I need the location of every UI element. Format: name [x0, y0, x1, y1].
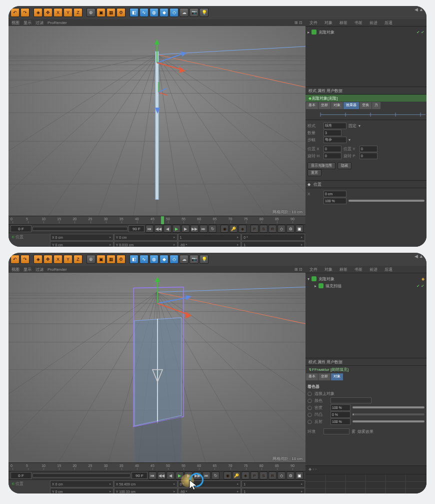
undo-button[interactable]: ↶: [10, 8, 20, 17]
goto-end-button[interactable]: ⏭: [200, 225, 208, 233]
move-button[interactable]: ✥: [44, 255, 52, 264]
viewport-maximize-icon[interactable]: ⊞ ⊡: [294, 21, 302, 25]
coord-h1[interactable]: 0 *▸: [242, 234, 305, 241]
play-button-2[interactable]: ▶: [176, 471, 184, 479]
filter-menu[interactable]: 过滤: [36, 20, 44, 26]
om-tags-tab[interactable]: 标签: [338, 20, 350, 26]
step-select[interactable]: 每步: [324, 137, 346, 143]
rot-key-button-2[interactable]: R: [268, 471, 276, 479]
render-region-button[interactable]: ▦: [106, 255, 116, 264]
frame-start-field-2[interactable]: 0 F: [10, 472, 32, 479]
axis-z-button[interactable]: Z: [74, 8, 82, 17]
cube-button[interactable]: ◧: [130, 255, 138, 264]
autokey-button[interactable]: 🔑: [230, 225, 238, 233]
hide-button[interactable]: 隐藏: [338, 162, 352, 169]
play-button[interactable]: ▶: [172, 225, 180, 233]
generator-button[interactable]: ◆: [160, 8, 168, 17]
coord-system-button[interactable]: ⊕: [86, 255, 96, 264]
prev-frame-button[interactable]: ◀: [164, 225, 172, 233]
axis-x-button[interactable]: X: [54, 8, 62, 17]
render-region-button[interactable]: ▦: [106, 8, 116, 17]
record-button-2[interactable]: ◉: [224, 471, 232, 479]
pos-key-button[interactable]: P: [250, 225, 258, 233]
render-button[interactable]: ▣: [96, 255, 106, 264]
loop-button-2[interactable]: ↻: [212, 471, 220, 479]
mode-select[interactable]: 线性: [324, 123, 346, 129]
coord-z1[interactable]: 1▸: [178, 234, 242, 241]
autokey-button-2[interactable]: 🔑: [232, 471, 240, 479]
object-manager[interactable]: ▸ 克隆对象 ✔ ✔: [306, 27, 426, 87]
count-field[interactable]: 3: [324, 130, 342, 136]
render-button[interactable]: ▣: [96, 8, 106, 17]
rot-key-button[interactable]: R: [268, 225, 276, 233]
undo-button[interactable]: ↶: [10, 255, 20, 264]
camera-button[interactable]: 📷: [190, 8, 198, 17]
display-menu[interactable]: 显示: [24, 20, 32, 26]
object-row-cloner[interactable]: ▸ 克隆对象 ✔ ✔: [308, 29, 424, 36]
viewport-2[interactable]: 网格间距 : 10 cm: [8, 273, 306, 462]
om-file-tab[interactable]: 文件: [308, 20, 320, 26]
frame-end-field-2[interactable]: 90 F: [132, 472, 148, 479]
goto-start-button[interactable]: ⏮: [146, 225, 154, 233]
object-manager-2[interactable]: ▾ 克隆对象 ◆ ▸ 填充扫描 ✔ ✔: [306, 273, 426, 358]
scale-key-button-2[interactable]: S: [260, 471, 268, 479]
deformer-button[interactable]: ◇: [170, 8, 178, 17]
show-range-button[interactable]: 显示克隆范围: [308, 162, 336, 169]
goto-start-button-2[interactable]: ⏮: [148, 471, 156, 479]
coord-x2[interactable]: Y 0 cm▸: [50, 241, 114, 247]
light-button[interactable]: 💡: [200, 8, 208, 17]
axis-z-button[interactable]: Z: [74, 255, 82, 264]
loop-button[interactable]: ↻: [208, 225, 216, 233]
deformer-button[interactable]: ◇: [170, 255, 178, 264]
move-button[interactable]: ✥: [44, 8, 52, 17]
view-menu[interactable]: 视图: [12, 20, 20, 26]
cube-button[interactable]: ◧: [130, 8, 138, 17]
om-fwd-tab[interactable]: 前进: [368, 20, 380, 26]
frame-end-field[interactable]: 90 F: [128, 225, 144, 232]
coord-system-button[interactable]: ⊕: [86, 8, 96, 17]
om-bookmark-tab[interactable]: 书签: [352, 20, 364, 26]
prorender-menu[interactable]: ProRender: [48, 21, 67, 25]
nurbs-button[interactable]: ◍: [150, 8, 158, 17]
axis-x-button[interactable]: X: [54, 255, 62, 264]
spline-button[interactable]: ∿: [140, 8, 148, 17]
environment-button[interactable]: ☁: [180, 255, 188, 264]
prev-frame-button-2[interactable]: ◀: [166, 471, 174, 479]
coord-y1[interactable]: Y 0 cm▸: [114, 234, 178, 241]
spline-button[interactable]: ∿: [140, 255, 148, 264]
live-select-button[interactable]: ◈: [34, 255, 42, 264]
scale-key-button[interactable]: S: [260, 225, 268, 233]
object-row-cloner-2[interactable]: ▾ 克隆对象 ◆: [308, 275, 424, 282]
next-key-button[interactable]: ▶▶: [190, 225, 198, 233]
timeline[interactable]: 051015202530354045505560657075808590: [8, 216, 306, 225]
render-settings-button[interactable]: ⚙: [116, 255, 126, 264]
nurbs-button[interactable]: ◍: [150, 255, 158, 264]
param-key-button[interactable]: ◇: [278, 225, 286, 233]
generator-button[interactable]: ◆: [160, 255, 168, 264]
coord-x1[interactable]: X 0 cm▸: [50, 234, 114, 241]
reset-button[interactable]: 重置: [308, 169, 322, 176]
coord-y2[interactable]: Y 0.033 cm▸: [114, 241, 178, 247]
goto-end-button-2[interactable]: ⏭: [202, 471, 210, 479]
key-all-button-2[interactable]: ◈: [242, 471, 250, 479]
redo-button[interactable]: ↷: [20, 255, 30, 264]
prev-key-button-2[interactable]: ◀◀: [158, 471, 166, 479]
next-frame-button-2[interactable]: ▶: [184, 471, 192, 479]
record-button[interactable]: ◉: [220, 225, 228, 233]
redo-button[interactable]: ↷: [20, 8, 30, 17]
camera-button[interactable]: 📷: [190, 255, 198, 264]
live-select-button[interactable]: ◈: [34, 8, 42, 17]
pos-key-button-2[interactable]: P: [250, 471, 258, 479]
pla-button[interactable]: ⊙: [286, 225, 294, 233]
environment-button[interactable]: ☁: [180, 8, 188, 17]
object-row-fill[interactable]: ▸ 填充扫描 ✔ ✔: [308, 282, 424, 289]
axis-y-button[interactable]: Y: [64, 8, 72, 17]
om-object-tab[interactable]: 对象: [322, 20, 334, 26]
coord-h2[interactable]: 1▸: [242, 241, 305, 247]
timeline-2[interactable]: 051015202530354045505560657075808590: [8, 462, 306, 471]
next-key-button-2[interactable]: ▶▶: [194, 471, 202, 479]
next-frame-button[interactable]: ▶: [182, 225, 190, 233]
light-button[interactable]: 💡: [200, 255, 208, 264]
frame-start-field[interactable]: 0 F: [10, 225, 32, 232]
viewport[interactable]: 网格间距 : 10 cm: [8, 26, 306, 216]
